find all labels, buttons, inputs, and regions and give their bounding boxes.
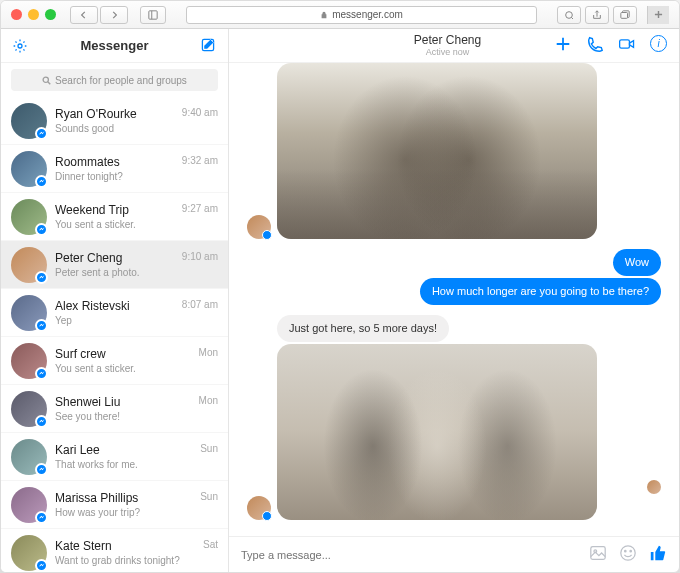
like-button[interactable]	[649, 544, 667, 566]
messenger-badge-icon	[262, 511, 272, 521]
conversation-name: Marissa Phillips	[55, 491, 192, 506]
messenger-badge-icon	[35, 319, 48, 332]
conversation-item[interactable]: Peter ChengPeter sent a photo.9:10 am	[1, 241, 228, 289]
conversation-item[interactable]: Kate SternWant to grab drinks tonight?Sa…	[1, 529, 228, 572]
conversation-preview: Sounds good	[55, 122, 174, 135]
messenger-badge-icon	[35, 223, 48, 236]
avatar	[11, 103, 47, 139]
seen-indicator	[647, 480, 661, 494]
conversation-time: 9:10 am	[182, 251, 218, 262]
url-bar[interactable]: messenger.com	[186, 6, 537, 24]
conversation-time: Sat	[203, 539, 218, 550]
conversation-header: Peter Cheng Active now i	[229, 29, 679, 63]
svg-point-6	[43, 77, 48, 82]
avatar	[11, 295, 47, 331]
settings-button[interactable]	[11, 37, 29, 55]
conversation-preview: That works for me.	[55, 458, 192, 471]
conversation-name: Weekend Trip	[55, 203, 174, 218]
avatar	[11, 487, 47, 523]
avatar	[11, 391, 47, 427]
conversation-preview: You sent a sticker.	[55, 218, 174, 231]
conversation-time: Mon	[199, 395, 218, 406]
conversation-time: Sun	[200, 443, 218, 454]
compose-button[interactable]	[200, 37, 218, 55]
emoji-icon	[619, 544, 637, 562]
conversation-preview: Yep	[55, 314, 174, 327]
share-button[interactable]	[585, 6, 609, 24]
conversation-item[interactable]: Surf crewYou sent a sticker.Mon	[1, 337, 228, 385]
conversation-pane: Peter Cheng Active now i Wow	[229, 29, 679, 572]
info-button[interactable]: i	[650, 35, 667, 52]
conversation-preview: How was your trip?	[55, 506, 192, 519]
close-icon[interactable]	[11, 9, 22, 20]
message-list[interactable]: Wow How much longer are you going to be …	[229, 63, 679, 536]
message-group-received	[247, 63, 661, 239]
sent-message: How much longer are you going to be ther…	[420, 278, 661, 305]
browser-window: messenger.com Messenger Search for peopl	[0, 0, 680, 573]
message-composer	[229, 536, 679, 572]
svg-rect-3	[621, 12, 628, 18]
sidebar-header: Messenger	[1, 29, 228, 63]
conversation-item[interactable]: Shenwei LiuSee you there!Mon	[1, 385, 228, 433]
conversation-name: Kari Lee	[55, 443, 192, 458]
url-text: messenger.com	[332, 9, 403, 20]
svg-point-12	[630, 550, 631, 551]
conversation-item[interactable]: Kari LeeThat works for me.Sun	[1, 433, 228, 481]
video-call-button[interactable]	[618, 35, 636, 57]
emoji-button[interactable]	[619, 544, 637, 566]
svg-rect-7	[620, 39, 630, 47]
avatar	[11, 247, 47, 283]
conversation-preview: Want to grab drinks tonight?	[55, 554, 195, 567]
conversation-name: Roommates	[55, 155, 174, 170]
tabs-button[interactable]	[613, 6, 637, 24]
svg-rect-8	[591, 546, 605, 559]
conversation-item[interactable]: Marissa PhillipsHow was your trip?Sun	[1, 481, 228, 529]
conversation-time: 9:32 am	[182, 155, 218, 166]
photo-icon	[589, 544, 607, 562]
avatar	[11, 343, 47, 379]
browser-titlebar: messenger.com	[1, 1, 679, 29]
photo-message[interactable]	[277, 63, 597, 239]
messenger-badge-icon	[35, 511, 48, 524]
conversation-name: Peter Cheng	[55, 251, 174, 266]
sent-message: Wow	[613, 249, 661, 276]
video-icon	[618, 35, 636, 53]
messenger-badge-icon	[35, 175, 48, 188]
conversation-name: Shenwei Liu	[55, 395, 191, 410]
messenger-badge-icon	[35, 559, 48, 572]
add-people-button[interactable]	[554, 35, 572, 57]
conversation-preview: See you there!	[55, 410, 191, 423]
conversation-item[interactable]: Weekend TripYou sent a sticker.9:27 am	[1, 193, 228, 241]
search-input[interactable]: Search for people and groups	[11, 69, 218, 91]
conversation-time: 9:27 am	[182, 203, 218, 214]
conversation-item[interactable]: RoommatesDinner tonight?9:32 am	[1, 145, 228, 193]
reader-button[interactable]	[557, 6, 581, 24]
conversation-preview: Dinner tonight?	[55, 170, 174, 183]
maximize-icon[interactable]	[45, 9, 56, 20]
svg-rect-0	[149, 10, 157, 18]
forward-button[interactable]	[100, 6, 128, 24]
nav-buttons	[70, 6, 128, 24]
sidebar-toggle-button[interactable]	[140, 6, 166, 24]
conversation-item[interactable]: Alex RistevskiYep8:07 am	[1, 289, 228, 337]
search-placeholder: Search for people and groups	[55, 75, 187, 86]
conversation-name: Surf crew	[55, 347, 191, 362]
avatar	[11, 535, 47, 571]
minimize-icon[interactable]	[28, 9, 39, 20]
photo-button[interactable]	[589, 544, 607, 566]
message-group-sent: Wow How much longer are you going to be …	[247, 249, 661, 305]
avatar	[11, 199, 47, 235]
message-input[interactable]	[241, 549, 577, 561]
back-button[interactable]	[70, 6, 98, 24]
photo-message[interactable]	[277, 344, 597, 520]
messenger-badge-icon	[35, 271, 48, 284]
messenger-badge-icon	[35, 463, 48, 476]
conversation-item[interactable]: Ryan O'RourkeSounds good9:40 am	[1, 97, 228, 145]
conversation-name: Kate Stern	[55, 539, 195, 554]
voice-call-button[interactable]	[586, 35, 604, 57]
messenger-badge-icon	[35, 127, 48, 140]
svg-point-2	[566, 11, 573, 18]
new-tab-button[interactable]	[647, 6, 669, 24]
window-controls	[11, 9, 56, 20]
plus-icon	[554, 35, 572, 53]
